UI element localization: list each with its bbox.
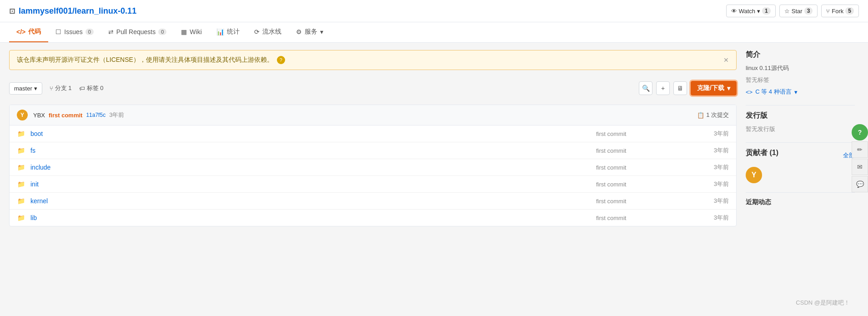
file-name[interactable]: fs [30, 147, 591, 154]
desktop-icon-btn[interactable]: 🖥 [673, 81, 687, 95]
commit-time: 3年前 [109, 111, 124, 119]
clone-button[interactable]: 克隆/下载 ▾ [691, 81, 737, 95]
desktop-icon: 🖥 [677, 85, 683, 92]
add-icon-btn[interactable]: + [656, 81, 670, 95]
wiki-icon: ▦ [181, 28, 187, 35]
file-table: Y YBX first commit 11a7f5c 3年前 📋 1 次提交 📁… [9, 105, 737, 226]
tab-code-label: 代码 [28, 28, 41, 36]
file-time: 3年前 [692, 214, 729, 222]
chat-float-button[interactable]: 💬 [852, 176, 868, 192]
float-panel: ? ✏ ✉ 💬 [852, 124, 868, 192]
warning-banner: 该仓库未声明开源许可证文件（LICENSE），使用请关注具体项目描述及其代码上游… [9, 50, 737, 70]
file-time: 3年前 [692, 146, 729, 155]
star-button[interactable]: ☆ Star 3 [779, 5, 818, 17]
divider3 [746, 192, 855, 193]
code-icon: </> [16, 28, 25, 35]
tag-count-label[interactable]: 标签 0 [87, 84, 104, 92]
services-icon: ⚙ [296, 28, 302, 35]
star-label: Star [792, 8, 803, 15]
warning-close-icon[interactable]: ✕ [723, 56, 729, 64]
branch-info: ⑂ 分支 1 🏷 标签 0 [50, 84, 104, 92]
divider [746, 105, 855, 105]
chevron-down-icon: ▾ [320, 28, 323, 35]
commit-info: YBX first commit 11a7f5c 3年前 [33, 111, 692, 119]
file-commit: first commit [596, 181, 687, 188]
branch-label: master [14, 85, 32, 92]
right-panel: 简介 linux 0.11源代码 暂无标签 <> C 等 4 种语言 ▾ 发行版… [746, 50, 855, 226]
tab-code[interactable]: </> 代码 [9, 22, 48, 42]
file-time: 3年前 [692, 163, 729, 171]
tab-services[interactable]: ⚙ 服务 ▾ [289, 22, 331, 42]
contributors-header: 贡献者 (1) 全部 [746, 148, 855, 162]
file-time: 3年前 [692, 197, 729, 205]
branch-icon: ⑂ [50, 85, 53, 92]
file-commit: first commit [596, 130, 687, 137]
avatar-label: Y [20, 112, 24, 118]
tab-issues-label: Issues [64, 28, 82, 35]
file-name[interactable]: kernel [30, 197, 591, 205]
warning-text-container: 该仓库未声明开源许可证文件（LICENSE），使用请关注具体项目描述及其代码上游… [17, 56, 285, 64]
edit-float-button[interactable]: ✏ [852, 141, 868, 158]
branch-chevron-icon: ▾ [34, 85, 37, 92]
file-table-header: Y YBX first commit 11a7f5c 3年前 📋 1 次提交 [10, 105, 736, 125]
commits-icon: 📋 [697, 112, 704, 119]
tab-pipeline[interactable]: ⟳ 流水线 [247, 22, 289, 42]
clone-chevron-icon: ▾ [727, 85, 730, 92]
table-row: 📁 kernel first commit 3年前 [10, 193, 736, 210]
commit-message[interactable]: first commit [49, 112, 82, 119]
folder-icon: 📁 [17, 197, 25, 205]
help-float-button[interactable]: ? [852, 124, 868, 140]
tab-issues[interactable]: ☐ Issues 0 [48, 22, 101, 42]
file-name[interactable]: include [30, 164, 591, 171]
pipeline-icon: ⟳ [254, 28, 260, 35]
repo-name[interactable]: Iammyself001/learn_linux-0.11 [19, 6, 136, 16]
avatar[interactable]: Y [746, 167, 762, 183]
file-commit: first commit [596, 215, 687, 221]
file-commit: first commit [596, 147, 687, 154]
contributors-section: 贡献者 (1) 全部 Y [746, 148, 855, 183]
warning-help-icon[interactable]: ? [277, 56, 285, 64]
tab-stats-label: 统计 [227, 28, 240, 36]
watch-button[interactable]: 👁 Watch ▾ 1 [726, 5, 776, 17]
branch-count: ⑂ 分支 1 [50, 84, 72, 92]
commit-hash[interactable]: 11a7f5c [86, 112, 105, 118]
nav-tabs: </> 代码 ☐ Issues 0 ⇄ Pull Requests 0 ▦ Wi… [0, 22, 868, 43]
tab-pullrequests[interactable]: ⇄ Pull Requests 0 [101, 22, 174, 42]
lang-label: C 等 4 种语言 [755, 88, 791, 96]
intro-tags: 暂无标签 [746, 76, 855, 84]
folder-icon: 📁 [17, 214, 25, 221]
code-icon: <> [746, 89, 753, 95]
recent-title: 近期动态 [746, 198, 855, 206]
warning-message: 该仓库未声明开源许可证文件（LICENSE），使用请关注具体项目描述及其代码上游… [17, 56, 273, 64]
watch-label: Watch [739, 8, 755, 15]
file-name[interactable]: init [30, 181, 591, 188]
search-icon-btn[interactable]: 🔍 [639, 81, 652, 95]
left-panel: 该仓库未声明开源许可证文件（LICENSE），使用请关注具体项目描述及其代码上游… [9, 50, 737, 226]
branch-select[interactable]: master ▾ [9, 82, 42, 95]
add-icon: + [661, 85, 665, 92]
fork-count: 5 [845, 7, 854, 15]
lang-info[interactable]: <> C 等 4 种语言 ▾ [746, 88, 855, 96]
folder-icon: 📁 [17, 147, 25, 154]
file-name[interactable]: lib [30, 214, 591, 221]
tab-wiki-label: Wiki [190, 28, 201, 35]
tab-pr-label: Pull Requests [116, 28, 156, 35]
repo-icon: ⊡ [9, 7, 15, 15]
fork-button[interactable]: ⑂ Fork 5 [821, 5, 859, 17]
pr-badge: 0 [158, 29, 166, 35]
commit-author[interactable]: YBX [33, 112, 45, 119]
search-icon: 🔍 [642, 85, 650, 92]
fork-label: Fork [832, 8, 843, 15]
release-title: 发行版 [746, 111, 855, 120]
repo-title: ⊡ Iammyself001/learn_linux-0.11 [9, 6, 136, 16]
tab-stats[interactable]: 📊 统计 [209, 22, 247, 42]
tab-wiki[interactable]: ▦ Wiki [174, 22, 209, 42]
mail-float-button[interactable]: ✉ [852, 159, 868, 175]
toolbar-left: master ▾ ⑂ 分支 1 🏷 标签 0 [9, 82, 103, 95]
branch-count-label[interactable]: 分支 1 [55, 84, 72, 92]
commits-count-label[interactable]: 1 次提交 [706, 111, 729, 119]
file-name[interactable]: boot [30, 130, 591, 137]
table-row: 📁 boot first commit 3年前 [10, 125, 736, 142]
folder-icon: 📁 [17, 164, 25, 171]
file-commit: first commit [596, 164, 687, 171]
